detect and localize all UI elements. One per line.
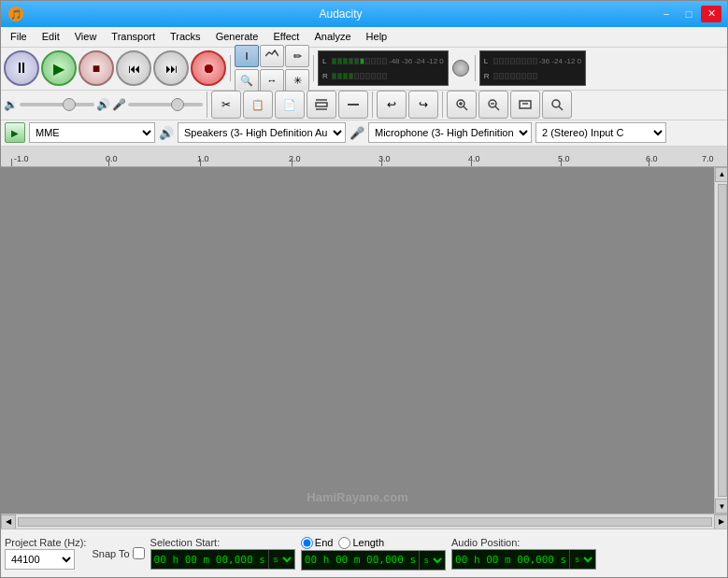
audio-position-unit-select[interactable]: s [569, 550, 595, 569]
track-area-container: HamiRayane.com ▲ ▼ [1, 167, 728, 514]
end-radio[interactable] [301, 537, 313, 549]
timeline-ruler: -1.0 0.0 1.0 2.0 3.0 4.0 5.0 [1, 147, 728, 167]
menu-help[interactable]: Help [359, 29, 395, 44]
menu-bar: File Edit View Transport Tracks Generate… [1, 27, 728, 48]
title-bar: 🎵 Audacity − □ ✕ [1, 1, 727, 27]
play-button[interactable]: ▶ [41, 50, 77, 86]
close-button[interactable]: ✕ [701, 6, 721, 22]
redo-button[interactable]: ↪ [408, 91, 438, 119]
output-volume-slider[interactable] [20, 103, 94, 106]
separator-6 [442, 92, 443, 118]
audio-position-label: Audio Position: [451, 537, 596, 548]
menu-analyze[interactable]: Analyze [307, 29, 358, 44]
output-volume-icon: 🔉 [4, 98, 18, 111]
length-radio[interactable] [338, 537, 350, 549]
scroll-left-button[interactable]: ◀ [1, 515, 16, 529]
hscroll-track[interactable] [18, 517, 712, 527]
zoom-in-button[interactable] [447, 91, 477, 119]
window-title: Audacity [25, 7, 656, 21]
menu-edit[interactable]: Edit [35, 29, 67, 44]
silence-button[interactable] [338, 91, 368, 119]
select-tool-button[interactable]: I [235, 45, 259, 67]
maximize-button[interactable]: □ [678, 6, 699, 22]
menu-view[interactable]: View [67, 29, 105, 44]
minimize-button[interactable]: − [656, 6, 677, 22]
snap-to-label: Snap To [92, 548, 129, 559]
menu-transport[interactable]: Transport [104, 29, 163, 44]
vertical-scrollbar[interactable]: ▲ ▼ [714, 167, 728, 514]
microphone-icon: 🎤 [350, 126, 364, 140]
window-controls: − □ ✕ [656, 6, 721, 22]
transport-toolbar: ⏸ ▶ ■ ⏮ ⏭ ⏺ I ✏ 🔍 ↔ ✳ [1, 48, 728, 91]
fit-project-button[interactable] [510, 91, 540, 119]
output-volume-max-icon: 🔊 [96, 98, 110, 111]
input-device-select[interactable]: Microphone (3- High Definition [368, 122, 532, 143]
playback-gain-knob[interactable] [452, 60, 469, 77]
selection-end-unit-select[interactable]: s [419, 551, 445, 570]
watermark: HamiRayane.com [307, 490, 407, 504]
svg-line-16 [559, 106, 563, 110]
undo-button[interactable]: ↩ [377, 91, 407, 119]
selection-end-value: 00 h 00 m 00,000 s [302, 553, 419, 567]
svg-line-7 [464, 106, 467, 110]
svg-line-11 [495, 106, 499, 110]
separator-4 [207, 92, 207, 118]
svg-rect-13 [520, 101, 531, 108]
horizontal-scrollbar[interactable]: ◀ ▶ [1, 514, 728, 529]
stop-button[interactable]: ■ [79, 50, 114, 86]
project-rate-select[interactable]: 44100 22050 48000 [5, 549, 75, 570]
project-rate-label: Project Rate (Hz): [5, 537, 86, 548]
selection-start-value: 00 h 00 m 00,000 s [151, 553, 268, 567]
zoom-out-button[interactable] [478, 91, 508, 119]
separator-1 [230, 55, 231, 81]
menu-generate[interactable]: Generate [208, 29, 266, 44]
svg-point-15 [552, 100, 560, 107]
selection-start-label: Selection Start: [150, 537, 295, 548]
multitool-button[interactable]: ✳ [285, 69, 309, 92]
play-device-button[interactable]: ▶ [5, 122, 25, 143]
scroll-right-button[interactable]: ▶ [714, 515, 728, 529]
zoom-tool-button[interactable]: 🔍 [235, 69, 259, 92]
speaker-icon: 🔊 [159, 126, 174, 140]
edit-toolbar: 🔉 🔊 🎤 ✂ 📋 📄 ↩ ↪ [1, 91, 728, 120]
skip-start-button[interactable]: ⏮ [116, 50, 151, 86]
vscroll-track[interactable] [718, 184, 727, 497]
pause-button[interactable]: ⏸ [4, 50, 39, 86]
snap-to-checkbox[interactable] [133, 547, 145, 559]
cut-button[interactable]: ✂ [211, 91, 241, 119]
paste-button[interactable]: 📄 [275, 91, 305, 119]
envelope-tool-button[interactable] [260, 45, 284, 67]
menu-tracks[interactable]: Tracks [163, 29, 208, 44]
separator-2 [313, 55, 314, 81]
output-device-select[interactable]: Speakers (3- High Definition Au [178, 122, 346, 143]
input-channels-select[interactable]: 2 (Stereo) Input C 1 (Mono) Input Channe… [535, 122, 666, 143]
audio-api-select[interactable]: MME Windows DirectSound Windows WASAPI [29, 122, 155, 143]
scroll-up-button[interactable]: ▲ [715, 167, 729, 182]
audio-position-value: 00 h 00 m 00,000 s [452, 553, 569, 567]
menu-file[interactable]: File [3, 29, 35, 44]
length-radio-label[interactable]: Length [338, 537, 384, 549]
input-gain-slider[interactable] [128, 103, 203, 106]
status-bar: Project Rate (Hz): 44100 22050 48000 Sna… [1, 529, 728, 577]
zoom-sel-button[interactable] [542, 91, 572, 119]
input-gain-icon: 🎤 [112, 98, 126, 111]
svg-rect-2 [316, 103, 327, 106]
svg-text:🎵: 🎵 [10, 8, 22, 21]
skip-end-button[interactable]: ⏭ [153, 50, 189, 86]
copy-button[interactable]: 📋 [243, 91, 273, 119]
scroll-down-button[interactable]: ▼ [715, 499, 729, 514]
record-button[interactable]: ⏺ [191, 50, 226, 86]
separator-5 [372, 92, 373, 118]
app-icon: 🎵 [7, 5, 25, 23]
end-radio-label[interactable]: End [301, 537, 334, 549]
draw-tool-button[interactable]: ✏ [285, 45, 309, 67]
separator-3 [475, 55, 476, 81]
trim-button[interactable] [307, 91, 336, 119]
selection-start-unit-select[interactable]: s [268, 550, 294, 569]
timeshift-tool-button[interactable]: ↔ [260, 69, 284, 92]
track-area[interactable]: HamiRayane.com [1, 167, 714, 514]
menu-effect[interactable]: Effect [266, 29, 307, 44]
device-toolbar: ▶ MME Windows DirectSound Windows WASAPI… [1, 120, 728, 147]
